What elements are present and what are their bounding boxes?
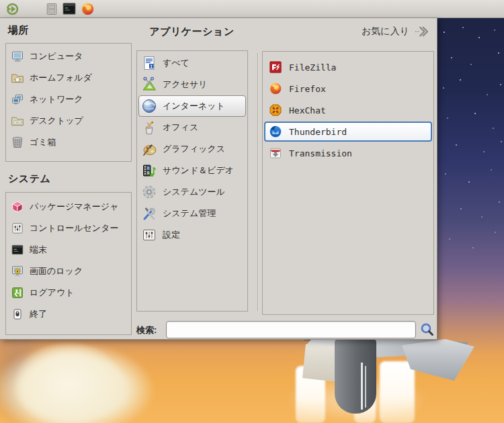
app-item-transmission[interactable]: Transmission bbox=[263, 142, 433, 164]
smoke-cloud-highlight bbox=[10, 339, 128, 423]
filezilla-icon bbox=[269, 60, 282, 74]
terminal-launcher-icon bbox=[62, 2, 77, 15]
item-label: コンピュータ bbox=[30, 50, 83, 62]
search-input[interactable] bbox=[166, 321, 416, 338]
graphics-icon bbox=[141, 141, 157, 157]
item-label: Firefox bbox=[289, 84, 326, 94]
item-label: インターネット bbox=[163, 100, 225, 112]
system-item-control-center[interactable]: コントロールセンター bbox=[6, 218, 131, 239]
app-item-thunderbird[interactable]: Thunderbird bbox=[264, 122, 432, 142]
sound-video-icon bbox=[141, 162, 157, 179]
network-icon bbox=[11, 93, 24, 106]
item-label: 端末 bbox=[30, 244, 47, 256]
screen-lock-icon bbox=[11, 265, 24, 278]
item-label: デスクトップ bbox=[30, 115, 83, 127]
search-button[interactable] bbox=[419, 322, 435, 338]
file-manager-launcher[interactable] bbox=[44, 1, 59, 16]
category-settings[interactable]: 設定 bbox=[137, 224, 247, 246]
item-label: アクセサリ bbox=[163, 79, 208, 91]
item-label: コントロールセンター bbox=[30, 222, 118, 234]
item-label: システムツール bbox=[163, 186, 225, 198]
item-label: ログアウト bbox=[30, 287, 75, 299]
item-label: パッケージマネージャ bbox=[30, 201, 118, 213]
system-item-logout[interactable]: ログアウト bbox=[6, 282, 131, 303]
places-item-network[interactable]: ネットワーク bbox=[6, 89, 131, 110]
favorites-label: お気に入り bbox=[362, 26, 409, 38]
item-label: ホームフォルダ bbox=[30, 72, 92, 84]
firefox-launcher-icon bbox=[81, 2, 95, 16]
places-list: コンピュータ ホームフォルダ ネットワーク bbox=[5, 43, 132, 162]
firefox-icon bbox=[269, 82, 282, 95]
system-item-screen-lock[interactable]: 画面のロック bbox=[6, 261, 131, 282]
control-center-icon bbox=[11, 222, 24, 235]
all-icon bbox=[141, 55, 157, 71]
places-item-computer[interactable]: コンピュータ bbox=[6, 46, 131, 67]
item-label: ネットワーク bbox=[30, 93, 83, 105]
item-label: ゴミ箱 bbox=[30, 136, 56, 148]
item-label: FileZilla bbox=[289, 62, 336, 73]
item-label: Transmission bbox=[289, 148, 352, 158]
favorites-button[interactable]: お気に入り bbox=[335, 24, 429, 39]
places-item-trash[interactable]: ゴミ箱 bbox=[6, 132, 131, 153]
terminal-launcher[interactable] bbox=[62, 1, 77, 16]
item-label: システム管理 bbox=[163, 207, 216, 220]
office-icon bbox=[141, 120, 157, 136]
computer-icon bbox=[11, 50, 24, 63]
item-label: 設定 bbox=[163, 229, 180, 241]
application-list: FileZilla Firefox HexChat bbox=[262, 51, 434, 315]
rocket-body bbox=[335, 338, 376, 414]
app-item-filezilla[interactable]: FileZilla bbox=[263, 56, 433, 78]
hexchat-icon bbox=[269, 103, 282, 117]
thunderbird-icon bbox=[269, 125, 282, 138]
system-admin-icon bbox=[141, 205, 157, 222]
item-label: オフィス bbox=[163, 122, 198, 134]
app-item-firefox[interactable]: Firefox bbox=[263, 78, 433, 99]
places-header: 場所 bbox=[8, 24, 29, 37]
item-label: HexChat bbox=[289, 105, 326, 115]
item-label: すべて bbox=[163, 57, 190, 69]
system-list: パッケージマネージャ コントロールセンター 端末 bbox=[5, 192, 132, 335]
applications-header: アプリケーション bbox=[136, 26, 247, 38]
item-label: サウンド＆ビデオ bbox=[163, 164, 234, 177]
home-folder-icon bbox=[11, 71, 24, 85]
desktop-icon bbox=[11, 114, 24, 128]
firefox-launcher[interactable] bbox=[80, 1, 95, 16]
system-item-package-manager[interactable]: パッケージマネージャ bbox=[6, 196, 131, 218]
package-manager-icon bbox=[11, 200, 24, 214]
category-system-tools[interactable]: システムツール bbox=[137, 181, 247, 203]
category-accessories[interactable]: アクセサリ bbox=[137, 74, 247, 95]
settings-icon bbox=[141, 227, 157, 243]
file-manager-icon bbox=[45, 2, 58, 16]
mint-menu-icon bbox=[5, 2, 19, 16]
system-tools-icon bbox=[141, 184, 157, 200]
category-graphics[interactable]: グラフィックス bbox=[137, 138, 247, 160]
rocket-exhaust-streak bbox=[365, 366, 366, 408]
system-item-quit[interactable]: 終了 bbox=[6, 303, 131, 325]
mint-menu-window: 場所 コンピュータ ホームフォルダ bbox=[0, 18, 437, 340]
category-all[interactable]: すべて bbox=[137, 52, 247, 74]
category-system-admin[interactable]: システム管理 bbox=[137, 203, 247, 224]
places-item-home-folder[interactable]: ホームフォルダ bbox=[6, 67, 131, 89]
terminal-icon bbox=[11, 243, 24, 256]
mint-menu-button[interactable] bbox=[5, 1, 19, 16]
system-item-terminal[interactable]: 端末 bbox=[6, 239, 131, 261]
search-label: 検索: bbox=[136, 324, 157, 336]
category-list: すべて アクセサリ インターネット bbox=[136, 50, 248, 312]
accessories-icon bbox=[141, 77, 157, 93]
transmission-icon bbox=[269, 146, 282, 160]
app-item-hexchat[interactable]: HexChat bbox=[263, 99, 433, 121]
category-office[interactable]: オフィス bbox=[137, 117, 247, 138]
logout-icon bbox=[11, 286, 24, 299]
search-icon bbox=[419, 322, 435, 338]
category-internet[interactable]: インターネット bbox=[138, 95, 246, 117]
double-arrow-right-icon bbox=[414, 26, 429, 38]
quit-icon bbox=[11, 308, 24, 321]
column-separator bbox=[257, 53, 259, 311]
system-header: システム bbox=[8, 173, 50, 185]
rocket-exhaust-plume bbox=[380, 361, 415, 423]
top-panel bbox=[0, 0, 504, 18]
item-label: グラフィックス bbox=[163, 143, 225, 155]
places-item-desktop[interactable]: デスクトップ bbox=[6, 110, 131, 132]
item-label: 画面のロック bbox=[30, 265, 83, 277]
category-sound-video[interactable]: サウンド＆ビデオ bbox=[137, 160, 247, 181]
